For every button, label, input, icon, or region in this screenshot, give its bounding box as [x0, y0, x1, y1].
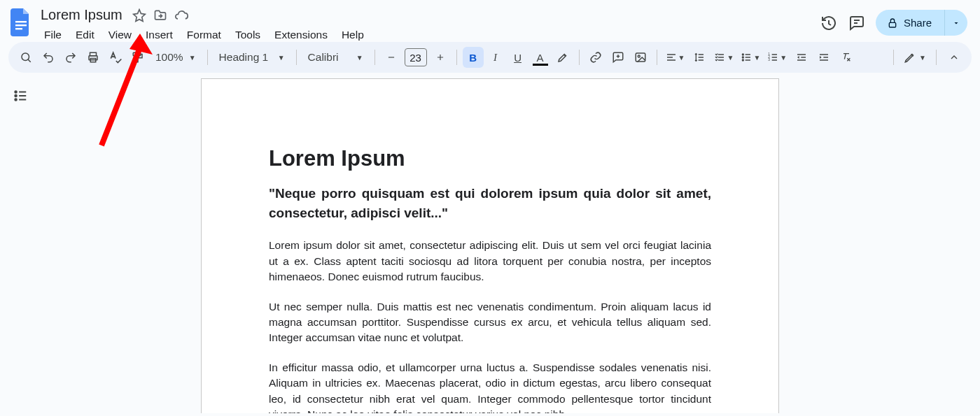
numbered-list-button[interactable]: 123 ▼: [764, 47, 790, 68]
separator: [207, 50, 208, 65]
move-icon[interactable]: [153, 8, 167, 22]
insert-link-button[interactable]: [585, 47, 606, 68]
clear-format-icon: [841, 52, 852, 63]
header-right: Share: [820, 4, 972, 36]
spellcheck-button[interactable]: [105, 47, 126, 68]
document-title[interactable]: Lorem Ipsum: [38, 6, 125, 24]
text-color-button[interactable]: A: [530, 47, 551, 68]
paragraph-style-select[interactable]: Heading 1 ▼: [214, 47, 290, 68]
doc-heading: Lorem Ipsum: [269, 146, 711, 171]
caret-down-icon: ▼: [356, 54, 363, 62]
checklist-icon: [714, 52, 725, 63]
title-area: Lorem Ipsum File Edit View Insert Format…: [38, 4, 370, 44]
add-comment-button[interactable]: [608, 47, 629, 68]
increase-indent-button[interactable]: [813, 47, 834, 68]
search-menus-button[interactable]: [15, 47, 36, 68]
underline-button[interactable]: U: [507, 47, 528, 68]
menu-edit[interactable]: Edit: [69, 26, 101, 44]
docs-logo[interactable]: [8, 6, 34, 39]
share-group: Share: [876, 10, 967, 36]
bullet-list-icon: [741, 52, 752, 63]
zoom-value: 100%: [155, 51, 183, 64]
menu-insert[interactable]: Insert: [139, 26, 179, 44]
line-spacing-button[interactable]: [689, 47, 710, 68]
font-size-input[interactable]: [405, 48, 427, 66]
caret-down-icon: ▼: [753, 54, 760, 62]
increase-font-size-button[interactable]: [430, 47, 451, 68]
cloud-status-icon[interactable]: [174, 8, 188, 22]
bold-button[interactable]: B: [463, 47, 484, 68]
document-page[interactable]: Lorem Ipsum "Neque porro quisquam est qu…: [201, 78, 779, 413]
doc-quote: "Neque porro quisquam est qui dolorem ip…: [269, 184, 711, 222]
share-dropdown[interactable]: [944, 10, 967, 36]
svg-rect-2: [15, 28, 22, 29]
print-icon: [87, 51, 99, 64]
undo-icon: [42, 51, 55, 64]
indent-increase-icon: [818, 52, 830, 63]
svg-point-18: [15, 95, 17, 97]
pencil-icon: [904, 51, 916, 64]
separator: [579, 50, 580, 65]
svg-point-11: [743, 54, 744, 55]
share-button[interactable]: Share: [876, 10, 944, 36]
share-label: Share: [904, 17, 932, 29]
svg-point-19: [15, 99, 17, 101]
minus-icon: [386, 52, 396, 62]
decrease-font-size-button[interactable]: [381, 47, 402, 68]
zoom-select[interactable]: 100% ▼: [150, 47, 202, 68]
star-icon[interactable]: [132, 8, 146, 22]
menu-tools[interactable]: Tools: [229, 26, 267, 44]
insert-image-button[interactable]: [630, 47, 651, 68]
italic-button[interactable]: I: [485, 47, 506, 68]
menu-file[interactable]: File: [38, 26, 68, 44]
paragraph-style-value: Heading 1: [219, 51, 269, 64]
menu-extensions[interactable]: Extensions: [268, 26, 334, 44]
svg-point-17: [15, 91, 17, 93]
separator: [893, 50, 894, 65]
chevron-up-icon: [948, 52, 960, 63]
paint-format-button[interactable]: [127, 47, 148, 68]
bulleted-list-button[interactable]: ▼: [738, 47, 763, 68]
indent-decrease-icon: [796, 52, 807, 63]
collapse-toolbar-button[interactable]: [944, 47, 965, 68]
highlighter-icon: [556, 51, 569, 64]
redo-button[interactable]: [60, 47, 81, 68]
svg-rect-0: [15, 21, 27, 22]
separator: [374, 50, 375, 65]
svg-rect-1: [15, 24, 27, 26]
document-outline-button[interactable]: [10, 85, 31, 106]
toolbar: 100% ▼ Heading 1 ▼ Calibri ▼ B I U A: [8, 42, 972, 73]
separator: [936, 50, 937, 65]
clear-formatting-button[interactable]: [836, 47, 857, 68]
doc-paragraph: In efficitur massa odio, et ullamcorper …: [269, 360, 711, 413]
comments-icon[interactable]: [848, 14, 866, 32]
separator: [456, 50, 457, 65]
align-left-icon: [666, 52, 677, 63]
highlight-button[interactable]: [552, 47, 573, 68]
history-icon[interactable]: [820, 14, 838, 32]
paint-roller-icon: [132, 51, 144, 64]
checklist-button[interactable]: ▼: [711, 47, 736, 68]
svg-point-4: [22, 53, 29, 61]
menu-help[interactable]: Help: [335, 26, 370, 44]
menu-view[interactable]: View: [102, 26, 138, 44]
caret-down-icon: ▼: [780, 54, 787, 62]
doc-paragraph: Lorem ipsum dolor sit amet, consectetur …: [269, 238, 711, 285]
caret-down-icon: ▼: [919, 54, 926, 62]
separator: [657, 50, 657, 65]
workspace: Lorem Ipsum "Neque porro quisquam est qu…: [0, 73, 980, 413]
print-button[interactable]: [83, 47, 104, 68]
separator: [296, 50, 297, 65]
line-spacing-icon: [694, 52, 705, 63]
plus-icon: [435, 52, 445, 62]
undo-button[interactable]: [38, 47, 59, 68]
svg-rect-3: [889, 22, 895, 27]
align-button[interactable]: ▼: [663, 47, 688, 68]
font-select[interactable]: Calibri ▼: [302, 47, 369, 68]
menubar: File Edit View Insert Format Tools Exten…: [38, 26, 370, 44]
menu-format[interactable]: Format: [181, 26, 227, 44]
decrease-indent-button[interactable]: [791, 47, 812, 68]
caret-down-icon: ▼: [678, 54, 685, 62]
header-bar: Lorem Ipsum File Edit View Insert Format…: [0, 0, 980, 42]
editing-mode-button[interactable]: ▼: [901, 47, 929, 68]
